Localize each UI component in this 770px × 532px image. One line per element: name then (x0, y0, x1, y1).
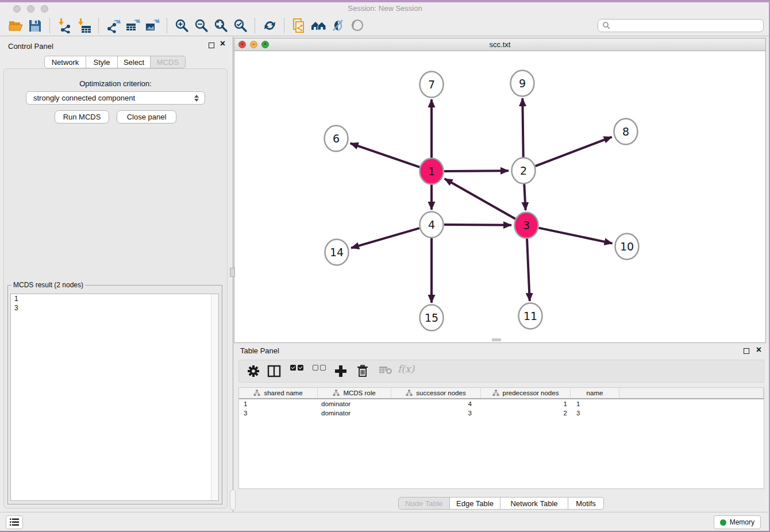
column-header-mcds-role[interactable]: MCDS role (318, 388, 391, 398)
table-cell: 1 (481, 399, 571, 408)
run-mcds-button[interactable]: Run MCDS (55, 110, 109, 124)
task-list-button[interactable] (6, 515, 23, 529)
graph-node-4[interactable]: 4 (420, 212, 444, 238)
graph-node-8[interactable]: 8 (614, 119, 638, 145)
criterion-select[interactable]: strongly connected component (26, 91, 205, 105)
svg-text:1: 1 (428, 165, 435, 178)
table-cell: 2 (481, 408, 571, 418)
graph-node-15[interactable]: 15 (420, 305, 444, 331)
close-panel-button[interactable]: Close panel (117, 110, 176, 124)
tab-network-table[interactable]: Network Table (500, 497, 568, 510)
columns-icon[interactable] (267, 365, 281, 377)
table-cell: 3 (571, 408, 619, 418)
graph-node-7[interactable]: 7 (420, 72, 444, 98)
zoom-selected-icon[interactable] (230, 17, 250, 34)
graph-node-3[interactable]: 3 (515, 213, 538, 238)
column-header-successor-nodes[interactable]: successor nodes (391, 388, 481, 398)
graph-edge-3-11 (527, 238, 530, 301)
toolbar-separator (255, 18, 255, 33)
graph-node-10[interactable]: 10 (615, 234, 639, 260)
window-title: Session: New Session (0, 4, 770, 13)
zoom-out-icon[interactable] (191, 17, 211, 34)
divider-grip[interactable] (230, 268, 235, 277)
memory-button[interactable]: Memory (714, 515, 761, 529)
gear-icon[interactable] (247, 365, 260, 377)
select-all-columns-icon[interactable] (290, 365, 303, 371)
toolbar-separator (284, 18, 284, 33)
tab-motifs[interactable]: Motifs (568, 497, 604, 510)
toolbar-separator (98, 18, 99, 33)
tab-select[interactable]: Select (118, 56, 151, 68)
zoom-in-icon[interactable] (172, 17, 191, 34)
column-header-shared-name[interactable]: shared name (239, 388, 318, 398)
search-field (598, 19, 764, 32)
tab-edge-table[interactable]: Edge Table (450, 497, 500, 510)
tab-node-table[interactable]: Node Table (398, 497, 450, 510)
svg-text:9: 9 (519, 77, 526, 90)
svg-text:7: 7 (428, 78, 435, 91)
graph-node-6[interactable]: 6 (325, 126, 348, 152)
graph-node-14[interactable]: 14 (325, 240, 349, 265)
folder-open-icon[interactable] (6, 17, 25, 34)
table-header: shared nameMCDS rolesuccessor nodesprede… (239, 388, 764, 399)
graph-edge-2-3 (524, 183, 525, 210)
function-builder-icon: f(x) (398, 363, 414, 375)
save-icon[interactable] (25, 17, 45, 34)
canvas-hscroll-thumb[interactable] (492, 338, 501, 341)
table-panel: Table Panel × f(x) shared nameMCDS roles… (234, 345, 770, 512)
svg-text:4: 4 (428, 218, 435, 231)
network-canvas[interactable]: 7968124314101511 (234, 51, 765, 342)
trash-icon[interactable] (357, 365, 368, 377)
search-input[interactable] (598, 19, 764, 32)
float-panel-icon[interactable] (209, 43, 214, 48)
network-window-titlebar[interactable]: × − + scc.txt (234, 38, 765, 51)
export-table-icon[interactable] (123, 17, 143, 34)
column-header-name[interactable]: name (571, 388, 619, 398)
control-panel-tabs: NetworkStyleSelectMCDS (44, 56, 186, 68)
hide-style-icon[interactable] (328, 17, 348, 34)
toolbar-separator (167, 18, 167, 33)
table-cell: dominator (318, 399, 391, 408)
network-graph: 7968124314101511 (234, 51, 765, 342)
table-row[interactable]: 3dominator323 (239, 408, 764, 418)
tab-mcds[interactable]: MCDS (151, 56, 186, 68)
graph-node-9[interactable]: 9 (511, 71, 534, 97)
svg-text:14: 14 (330, 246, 344, 259)
svg-text:2: 2 (520, 164, 527, 177)
divider-scroll-thumb[interactable] (230, 489, 236, 510)
delete-table-icon (379, 365, 392, 375)
zoom-fit-icon[interactable] (211, 17, 230, 34)
graph-edge-4-14 (351, 228, 419, 248)
import-network-icon[interactable] (55, 17, 74, 34)
table-row[interactable]: 1dominator411 (239, 399, 764, 408)
close-panel-icon[interactable]: × (220, 39, 225, 48)
close-panel-icon[interactable]: × (756, 345, 761, 354)
unselect-all-columns-icon[interactable] (313, 365, 326, 371)
mcds-result-list: 13 (10, 294, 219, 501)
graph-edge-3-10 (539, 228, 613, 244)
svg-text:3: 3 (523, 219, 530, 232)
add-icon[interactable] (334, 365, 347, 377)
import-table-icon[interactable] (74, 17, 94, 34)
column-header-predecessor-nodes[interactable]: predecessor nodes (481, 388, 571, 398)
graph-node-1[interactable]: 1 (420, 159, 444, 184)
result-scrollbar[interactable] (211, 294, 218, 500)
clone-network-icon[interactable] (289, 17, 309, 34)
tab-network[interactable]: Network (44, 56, 86, 68)
export-image-icon[interactable] (143, 17, 162, 34)
graph-node-2[interactable]: 2 (512, 158, 536, 184)
table-panel-title: Table Panel (240, 346, 279, 355)
export-network-icon[interactable] (103, 17, 123, 34)
tab-style[interactable]: Style (86, 56, 118, 68)
graph-edge-3-1 (445, 179, 515, 219)
toolbar-separator (49, 18, 50, 33)
node-table[interactable]: shared nameMCDS rolesuccessor nodesprede… (238, 387, 764, 489)
graph-edge-2-8 (536, 137, 612, 166)
svg-text:11: 11 (523, 310, 537, 322)
refresh-icon[interactable] (260, 17, 279, 34)
window-frame-top (0, 0, 770, 2)
criterion-select-value: strongly connected component (33, 94, 135, 102)
home-icon[interactable] (309, 17, 328, 34)
graph-node-11[interactable]: 11 (519, 303, 542, 329)
float-panel-icon[interactable] (744, 348, 749, 354)
